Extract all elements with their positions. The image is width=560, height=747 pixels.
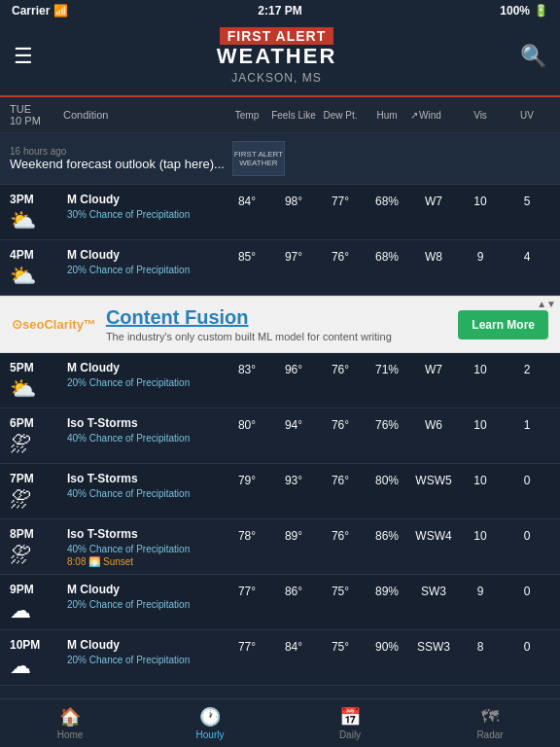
- row-hum: 86%: [364, 527, 410, 543]
- row-temp: 77°: [224, 638, 270, 654]
- row-hum: 71%: [364, 361, 410, 376]
- row-condition-area: Iso T-Storms 40% Chance of Precipitation: [63, 416, 224, 444]
- nav-home-label: Home: [57, 729, 84, 740]
- news-banner[interactable]: 16 hours ago Weekend forecast outlook (t…: [0, 133, 560, 185]
- row-time: 7PM: [10, 472, 63, 485]
- row-time-icon: 4PM ⛅: [10, 248, 63, 289]
- temp-header: Temp: [224, 110, 270, 121]
- row-wind: W7: [410, 193, 457, 208]
- row-precip: 20% Chance of Precipitation: [67, 265, 220, 275]
- battery-area: 100% 🔋: [471, 4, 548, 18]
- news-time: 16 hours ago: [10, 146, 225, 157]
- row-dewpt: 75°: [317, 638, 364, 654]
- row-hum: 89%: [364, 583, 410, 598]
- status-time: 2:17 PM: [89, 4, 471, 18]
- nav-daily[interactable]: 📅 Daily: [280, 699, 420, 747]
- row-data-values: 84° 98° 77° 68% W7 10 5: [224, 193, 550, 208]
- row-temp: 84°: [224, 193, 270, 208]
- app-logo: FIRST ALERT WEATHER JACKSON, MS: [217, 27, 337, 86]
- weather-icon: ⛅: [10, 208, 63, 233]
- weather-icon: ☁: [10, 654, 63, 679]
- row-data-values: 77° 86° 75° 89% SW3 9 0: [224, 583, 550, 598]
- nav-radar[interactable]: 🗺 Radar: [420, 699, 560, 747]
- wind-arrow-icon: ↗: [410, 110, 418, 121]
- row-time-icon: 7PM ⛈: [10, 472, 63, 513]
- row-time-icon: 10PM ☁: [10, 638, 63, 679]
- news-content: 16 hours ago Weekend forecast outlook (t…: [10, 146, 225, 171]
- menu-button[interactable]: ☰: [14, 44, 33, 69]
- row-data-values: 78° 89° 76° 86% WSW4 10 0: [224, 527, 550, 543]
- row-wind: WSW4: [410, 527, 457, 543]
- row-feelslike: 86°: [270, 583, 317, 598]
- row-condition-area: Iso T-Storms 40% Chance of Precipitation: [63, 472, 224, 499]
- row-wind: W6: [410, 416, 457, 432]
- app-header: ☰ FIRST ALERT WEATHER JACKSON, MS 🔍: [0, 21, 560, 97]
- row-feelslike: 89°: [270, 527, 317, 543]
- row-uv: 1: [504, 416, 550, 432]
- carrier-text: Carrier: [12, 4, 50, 18]
- row-dewpt: 76°: [317, 416, 364, 432]
- row-dewpt: 77°: [317, 193, 364, 208]
- row-uv: 0: [504, 638, 550, 654]
- row-feelslike: 94°: [270, 416, 317, 432]
- row-temp: 78°: [224, 527, 270, 543]
- weather-label: WEATHER: [217, 45, 337, 68]
- row-time-icon: 3PM ⛅: [10, 193, 63, 233]
- location-label: JACKSON, MS: [231, 71, 321, 85]
- row-dewpt: 76°: [317, 527, 364, 543]
- weather-icon: ☁: [10, 598, 63, 623]
- row-condition-area: M Cloudy 20% Chance of Precipitation: [63, 638, 224, 665]
- column-headers: TUE 10 PM Condition Temp Feels Like Dew …: [0, 97, 560, 133]
- row-condition: M Cloudy: [67, 583, 220, 598]
- nav-hourly[interactable]: 🕐 Hourly: [140, 699, 280, 747]
- row-uv: 5: [504, 193, 550, 208]
- row-vis: 10: [457, 472, 504, 487]
- ad-content: Content Fusion The industry's only custo…: [106, 306, 448, 342]
- news-title: Weekend forecast outlook (tap here)...: [10, 157, 225, 171]
- dewpt-header: Dew Pt.: [317, 110, 364, 121]
- row-feelslike: 93°: [270, 472, 317, 487]
- ad-close-button[interactable]: ▲▼: [537, 299, 556, 309]
- search-button[interactable]: 🔍: [520, 44, 546, 69]
- row-dewpt: 76°: [317, 361, 364, 376]
- row-feelslike: 98°: [270, 193, 317, 208]
- row-condition: Iso T-Storms: [67, 472, 220, 487]
- row-wind: W8: [410, 248, 457, 264]
- nav-home[interactable]: 🏠 Home: [0, 699, 140, 747]
- row-data-values: 80° 94° 76° 76% W6 10 1: [224, 416, 550, 432]
- row-precip: 20% Chance of Precipitation: [67, 655, 220, 665]
- row-condition-area: M Cloudy 20% Chance of Precipitation: [63, 583, 224, 610]
- weather-row: 10PM ☁ M Cloudy 20% Chance of Precipitat…: [0, 630, 560, 686]
- day-header: TUE: [10, 103, 63, 115]
- weather-icon: ⛅: [10, 264, 63, 289]
- daily-icon: 📅: [339, 706, 361, 728]
- row-vis: 10: [457, 416, 504, 432]
- ad-learn-more-button[interactable]: Learn More: [458, 310, 548, 339]
- row-condition: M Cloudy: [67, 193, 220, 208]
- row-time: 8PM: [10, 527, 63, 541]
- row-condition-area: M Cloudy 20% Chance of Precipitation: [63, 361, 224, 388]
- nav-hourly-label: Hourly: [196, 729, 225, 740]
- battery-icon: 🔋: [534, 4, 548, 18]
- row-condition: M Cloudy: [67, 638, 220, 654]
- row-precip: 40% Chance of Precipitation: [67, 433, 220, 444]
- row-time-icon: 5PM ⛅: [10, 361, 63, 402]
- row-temp: 83°: [224, 361, 270, 376]
- row-precip: 20% Chance of Precipitation: [67, 599, 220, 610]
- row-temp: 79°: [224, 472, 270, 487]
- row-dewpt: 75°: [317, 583, 364, 598]
- ad-title[interactable]: Content Fusion: [106, 306, 448, 329]
- uv-header: UV: [504, 110, 550, 121]
- time-header: TUE 10 PM: [10, 103, 63, 126]
- row-feelslike: 97°: [270, 248, 317, 264]
- row-vis: 9: [457, 248, 504, 264]
- row-condition: M Cloudy: [67, 248, 220, 264]
- row-uv: 0: [504, 472, 550, 487]
- row-dewpt: 76°: [317, 248, 364, 264]
- hour-header: 10 PM: [10, 115, 63, 126]
- row-vis: 10: [457, 193, 504, 208]
- carrier-signal: Carrier 📶: [12, 4, 89, 18]
- row-time: 6PM: [10, 416, 63, 430]
- data-headers: Temp Feels Like Dew Pt. Hum ↗ Wind Vis U…: [224, 110, 550, 121]
- weather-rows-before-ad: 3PM ⛅ M Cloudy 30% Chance of Precipitati…: [0, 185, 560, 296]
